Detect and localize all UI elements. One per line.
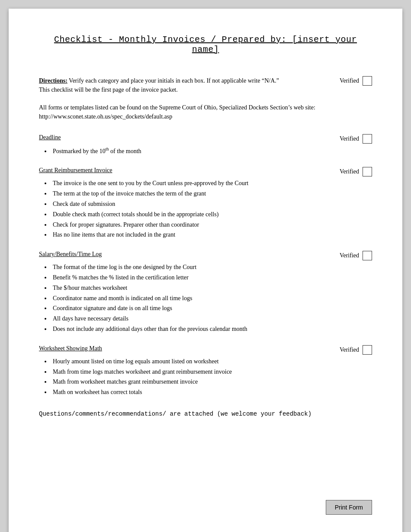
- list-item: Coordinator name and month is indicated …: [51, 293, 372, 304]
- section-deadline: Deadline Verified Postmarked by the 10th…: [39, 134, 372, 156]
- list-item: Check for proper signatures. Preparer ot…: [51, 220, 372, 230]
- list-item: The $/hour matches worksheet: [51, 283, 372, 293]
- list-item: Has no line items that are not included …: [51, 230, 372, 240]
- list-item: Benefit % matches the % listed in the ce…: [51, 272, 372, 283]
- directions-verified: Verified: [340, 76, 372, 86]
- section-salary-verified: Verified: [340, 251, 372, 260]
- section-worksheet-title: Worksheet Showing Math: [39, 345, 102, 352]
- list-item: Hourly amount listed on time log equals …: [51, 356, 372, 367]
- section-grant-list: The invoice is the one sent to you by th…: [51, 178, 372, 240]
- section-salary-title: Salary/Benefits/Time Log: [39, 251, 102, 258]
- section-worksheet: Worksheet Showing Math Verified Hourly a…: [39, 345, 372, 397]
- section-deadline-checkbox[interactable]: [363, 134, 372, 144]
- section-deadline-verified: Verified: [340, 134, 372, 144]
- list-item: All days have necessary details: [51, 314, 372, 324]
- section-salary-checkbox[interactable]: [363, 251, 372, 260]
- directions-text: Directions: Verify each category and pla…: [39, 76, 372, 94]
- directions-checkbox[interactable]: [363, 76, 372, 86]
- list-item: Postmarked by the 10th of the month: [51, 145, 372, 156]
- list-item: Double check math (correct totals should…: [51, 209, 372, 220]
- section-salary: Salary/Benefits/Time Log Verified The fo…: [39, 251, 372, 334]
- section-salary-header: Salary/Benefits/Time Log Verified: [39, 251, 372, 260]
- superscript: th: [106, 147, 109, 151]
- section-worksheet-verified-label: Verified: [340, 346, 359, 353]
- section-worksheet-checkbox[interactable]: [363, 345, 372, 355]
- section-worksheet-header: Worksheet Showing Math Verified: [39, 345, 372, 355]
- section-deadline-list: Postmarked by the 10th of the month: [51, 145, 372, 156]
- section-deadline-header: Deadline Verified: [39, 134, 372, 144]
- directions-verified-label: Verified: [340, 77, 359, 84]
- list-item: Does not include any additional days oth…: [51, 324, 372, 334]
- footer-text: Questions/comments/recommendations/ are …: [39, 410, 372, 417]
- section-grant-header: Grant Reimbursement Invoice Verified: [39, 167, 372, 176]
- directions-label: Directions:: [39, 77, 67, 84]
- page: Checklist - Monthly Invoices / Prepared …: [9, 9, 402, 532]
- section-grant: Grant Reimbursement Invoice Verified The…: [39, 167, 372, 240]
- list-item: The invoice is the one sent to you by th…: [51, 178, 372, 189]
- section-grant-verified-label: Verified: [340, 168, 359, 175]
- section-grant-verified: Verified: [340, 167, 372, 176]
- section-grant-checkbox[interactable]: [363, 167, 372, 176]
- list-item: The term at the top of the invoice match…: [51, 189, 372, 199]
- directions-block: Directions: Verify each category and pla…: [39, 76, 372, 94]
- section-grant-title: Grant Reimbursement Invoice: [39, 167, 112, 174]
- website-block: All forms or templates listed can be fou…: [39, 103, 372, 121]
- section-deadline-title: Deadline: [39, 134, 61, 141]
- section-worksheet-verified: Verified: [340, 345, 372, 355]
- website-text: All forms or templates listed can be fou…: [39, 104, 315, 120]
- list-item: Math from time logs matches worksheet an…: [51, 367, 372, 377]
- print-form-button[interactable]: Print Form: [326, 500, 372, 515]
- section-worksheet-list: Hourly amount listed on time log equals …: [51, 356, 372, 397]
- list-item: Math from worksheet matches grant reimbu…: [51, 377, 372, 387]
- list-item: Coordinator signature and date is on all…: [51, 303, 372, 314]
- list-item: Math on worksheet has correct totals: [51, 387, 372, 397]
- page-title: Checklist - Monthly Invoices / Prepared …: [39, 35, 372, 54]
- directions-text1: Verify each category and place your init…: [67, 77, 279, 84]
- section-salary-verified-label: Verified: [340, 252, 359, 259]
- list-item: The format of the time log is the one de…: [51, 262, 372, 272]
- directions-text2: This checklist will be the first page of…: [39, 87, 178, 93]
- section-salary-list: The format of the time log is the one de…: [51, 262, 372, 334]
- list-item: Check date of submission: [51, 199, 372, 209]
- section-deadline-verified-label: Verified: [340, 135, 359, 142]
